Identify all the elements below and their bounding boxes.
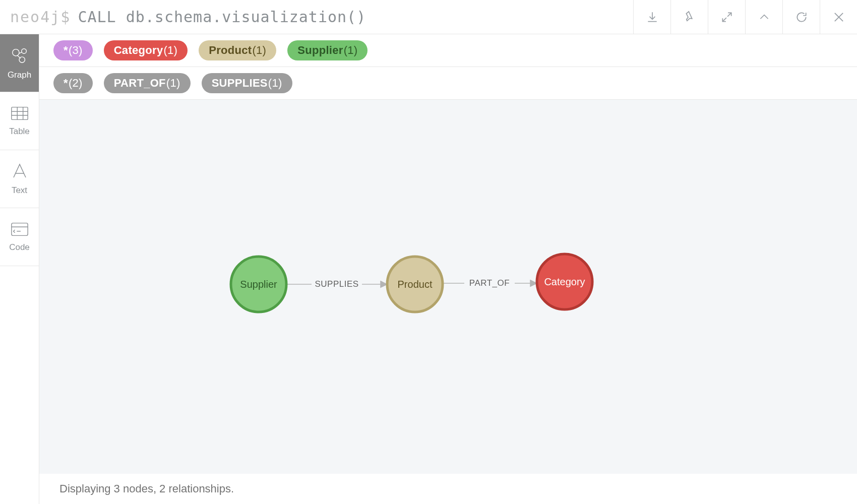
rel-types-row: *(2) PART_OF(1) SUPPLIES(1) (39, 67, 857, 99)
pill-name: PART_OF (114, 77, 166, 90)
query-bar: neo4j$ CALL db.schema.visualization() (0, 0, 857, 34)
rerun-icon (795, 11, 808, 24)
expand-button[interactable] (708, 0, 745, 34)
view-sidebar: Graph Table Text Code (0, 34, 39, 504)
download-icon (646, 11, 659, 24)
node-label: Category (544, 276, 585, 287)
label-pill-category[interactable]: Category(1) (104, 40, 188, 60)
node-labels-row: *(3) Category(1) Product(1) Supplier(1) (39, 34, 857, 67)
collapse-button[interactable] (745, 0, 782, 34)
graph-svg: SUPPLIESPART_OFSupplierProductCategory (39, 100, 857, 474)
label-pill-product[interactable]: Product(1) (199, 40, 276, 60)
rel-pill-supplies[interactable]: SUPPLIES(1) (202, 73, 292, 93)
pill-name: * (64, 44, 68, 57)
label-pill-all[interactable]: *(3) (53, 40, 93, 60)
node-supplier[interactable]: Supplier (231, 257, 286, 312)
pill-count: (1) (166, 77, 180, 90)
sidebar-item-graph[interactable]: Graph (0, 34, 39, 92)
pill-name: Category (114, 44, 163, 57)
svg-rect-3 (11, 107, 27, 120)
pill-name: Supplier (297, 44, 343, 57)
svg-point-0 (12, 49, 19, 56)
rerun-button[interactable] (782, 0, 820, 34)
status-text: Displaying 3 nodes, 2 relationships. (59, 482, 234, 495)
pill-count: (1) (344, 44, 358, 57)
sidebar-item-table[interactable]: Table (0, 92, 39, 150)
sidebar-item-label: Text (12, 185, 27, 196)
node-product[interactable]: Product (387, 257, 443, 312)
edge-label: SUPPLIES (315, 279, 358, 289)
sidebar-item-label: Table (9, 127, 30, 137)
node-category[interactable]: Category (537, 254, 592, 309)
pin-button[interactable] (670, 0, 708, 34)
status-footer: Displaying 3 nodes, 2 relationships. (39, 474, 857, 504)
sidebar-item-label: Code (9, 242, 30, 253)
pill-count: (2) (69, 77, 83, 90)
node-label: Product (398, 279, 433, 290)
close-icon (832, 10, 846, 24)
label-pill-supplier[interactable]: Supplier(1) (287, 40, 368, 60)
edge-part-of[interactable]: PART_OF (443, 278, 537, 288)
download-button[interactable] (633, 0, 670, 34)
pill-count: (1) (268, 77, 282, 90)
result-toolbar (633, 0, 857, 34)
pin-icon (683, 11, 696, 24)
edge-label: PART_OF (469, 278, 510, 288)
table-icon (10, 105, 29, 121)
edge-supplies[interactable]: SUPPLIES (286, 279, 387, 289)
expand-icon (720, 11, 733, 24)
query-text[interactable]: CALL db.schema.visualization() (78, 8, 633, 26)
svg-rect-9 (11, 223, 27, 236)
sidebar-item-code[interactable]: Code (0, 208, 39, 266)
chevron-up-icon (758, 11, 771, 24)
rel-pill-part-of[interactable]: PART_OF(1) (104, 73, 191, 93)
code-icon (10, 221, 29, 237)
prompt-label: neo4j$ (10, 8, 71, 26)
svg-point-1 (21, 49, 26, 54)
pill-count: (1) (252, 44, 266, 57)
pill-count: (1) (163, 44, 177, 57)
sidebar-item-text[interactable]: Text (0, 150, 39, 208)
text-icon (11, 162, 29, 180)
pill-name: SUPPLIES (212, 77, 268, 90)
rel-pill-all[interactable]: *(2) (53, 73, 93, 93)
legend: *(3) Category(1) Product(1) Supplier(1) … (39, 34, 857, 100)
graph-icon (10, 46, 29, 65)
pill-name: * (64, 77, 68, 90)
pill-count: (3) (69, 44, 83, 57)
close-button[interactable] (820, 0, 857, 34)
node-label: Supplier (240, 279, 277, 290)
graph-canvas[interactable]: SUPPLIESPART_OFSupplierProductCategory (39, 100, 857, 474)
sidebar-item-label: Graph (8, 70, 31, 80)
pill-name: Product (209, 44, 252, 57)
